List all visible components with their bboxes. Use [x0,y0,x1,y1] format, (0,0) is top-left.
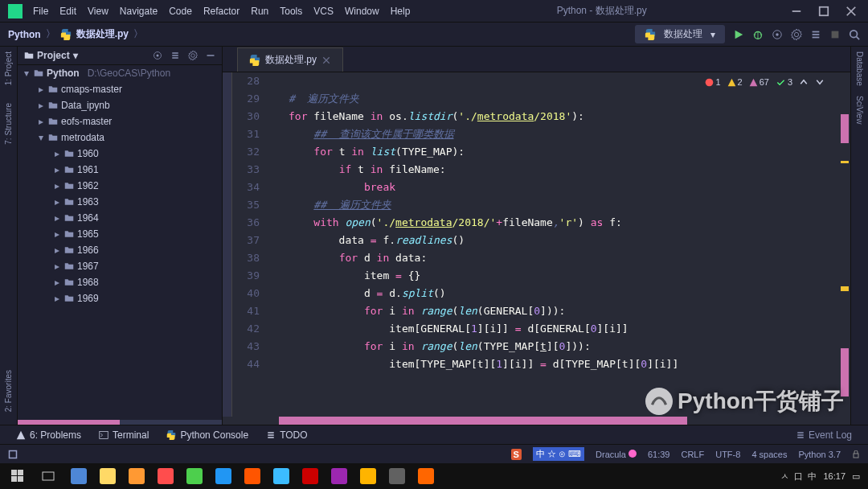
taskbar-app-11[interactable] [383,465,411,487]
tree-folder-metrodata[interactable]: ▾metrodata [18,129,222,146]
menu-refactor[interactable]: Refactor [198,2,245,20]
tree-folder-Data_ipynb[interactable]: ▸Data_ipynb [18,97,222,113]
taskbar-clock[interactable]: 16:17 [823,471,845,481]
tree-folder-1966[interactable]: ▸1966 [18,242,222,258]
project-tree[interactable]: ▾PythonD:\GeoCAS\Python▸cmaps-master▸Dat… [18,65,222,420]
tree-root[interactable]: ▾PythonD:\GeoCAS\Python [18,65,222,81]
lock-icon[interactable] [852,450,860,458]
maximize-button[interactable] [815,2,833,20]
start-button[interactable] [3,465,32,487]
code-line[interactable]: item[TYPE_MAP[t][1][i]] = d[TYPE_MAP[t][… [266,355,850,373]
code-line[interactable]: for i in range(len(TYPE_MAP[t][0])): [266,338,850,355]
terminal-button[interactable]: Terminal [99,429,149,441]
breadcrumb[interactable]: Python 〉 数据处理.py 〉 [8,27,143,41]
line-number[interactable]: 28 [232,72,266,90]
ime-sogou-icon[interactable]: S [511,449,522,460]
code-line[interactable]: item[GENERAL[1][i]] = d[GENERAL[0][i]] [266,320,850,338]
line-number[interactable]: 39 [232,267,266,285]
line-number[interactable]: 40 [232,285,266,302]
hide-button[interactable] [206,51,215,60]
tree-folder-1961[interactable]: ▸1961 [18,162,222,178]
code-line[interactable]: d = d.split() [266,285,850,302]
tree-folder-1960[interactable]: ▸1960 [18,146,222,162]
toolwindow-toggle-icon[interactable] [8,450,18,459]
taskbar-app-4[interactable] [180,465,209,487]
code-line[interactable]: for i in range(len(GENERAL[0])): [266,302,850,320]
taskbar-app-5[interactable] [209,465,238,487]
line-number[interactable]: 42 [232,320,266,338]
stop-button[interactable] [829,29,841,40]
code-line[interactable]: item = {} [266,267,850,285]
stripe-favorites[interactable]: 2: Favorites [4,365,13,417]
taskbar-app-6[interactable] [238,465,267,487]
settings-button[interactable] [188,51,198,60]
tree-folder-eofs-master[interactable]: ▸eofs-master [18,113,222,129]
right-tool-stripe[interactable]: Database SciView [850,47,868,425]
line-number[interactable]: 36 [232,214,266,232]
line-number[interactable]: 30 [232,108,266,125]
taskbar-app-0[interactable] [64,465,93,487]
windows-taskbar[interactable]: ㅅ 口 中 16:17 ▭ [0,463,868,489]
code-line[interactable]: ## 遍历文件夹 [266,196,850,214]
stripe-project[interactable]: 1: Project [4,47,13,90]
profile-button[interactable] [791,29,802,40]
notif-button[interactable]: ▭ [852,471,860,482]
line-number[interactable]: 34 [232,179,266,196]
editor-tab[interactable]: 数据处理.py [237,47,343,72]
locate-file-button[interactable] [153,51,162,60]
error-stripe[interactable] [839,98,850,412]
code-line[interactable]: for t in list(TYPE_MAP): [266,143,850,161]
code-line[interactable]: for d in data: [266,249,850,267]
tree-folder-1964[interactable]: ▸1964 [18,210,222,226]
encoding-indicator[interactable]: UTF-8 [715,450,740,459]
line-number[interactable]: 35 [232,196,266,214]
line-number[interactable]: 43 [232,338,266,355]
line-number[interactable]: 37 [232,232,266,249]
code-line[interactable]: ## 查询该文件属于哪类数据 [266,125,850,143]
line-number-gutter[interactable]: 2829303132333435363738394041424344 [232,72,266,417]
theme-indicator[interactable]: Dracula [596,450,637,459]
line-number[interactable]: 32 [232,143,266,161]
taskbar-app-9[interactable] [325,465,354,487]
left-tool-stripe[interactable]: 1: Project 7: Structure 2: Favorites [0,47,18,425]
line-separator-indicator[interactable]: CRLF [681,450,704,459]
menu-window[interactable]: Window [339,2,385,20]
code-line[interactable]: with open('./metrodata/2018/'+fileName,'… [266,214,850,232]
editor-h-scrollbar[interactable] [223,417,850,425]
tree-folder-1962[interactable]: ▸1962 [18,178,222,194]
menu-file[interactable]: File [27,2,54,20]
project-scrollbar[interactable] [18,420,120,425]
taskbar-app-8[interactable] [296,465,325,487]
line-number[interactable]: 44 [232,355,266,373]
taskbar-tray[interactable]: ㅅ 口 中 [780,471,817,483]
code-line[interactable]: for fileName in os.listdir('./metrodata/… [266,108,850,125]
taskbar-app-3[interactable] [151,465,180,487]
taskbar-app-2[interactable] [122,465,151,487]
inspection-widget[interactable]: 1 2 67 3 [698,74,831,90]
tree-folder-1967[interactable]: ▸1967 [18,258,222,274]
line-col-indicator[interactable]: 61:39 [648,450,670,459]
line-number[interactable]: 29 [232,90,266,108]
taskbar-app-1[interactable] [93,465,122,487]
close-button[interactable] [842,2,860,20]
ime-indicator[interactable]: 中 ☆ ⊙ ⌨ [533,447,584,461]
interpreter-indicator[interactable]: Python 3.7 [798,450,841,459]
stripe-sciview[interactable]: SciView [855,91,864,129]
code-line[interactable]: if t in fileName: [266,161,850,179]
taskbar-app-10[interactable] [354,465,383,487]
stripe-database[interactable]: Database [855,47,864,91]
tree-folder-1968[interactable]: ▸1968 [18,274,222,290]
debug-button[interactable] [752,29,764,40]
expand-all-button[interactable] [170,51,180,60]
next-problem-button[interactable] [815,77,825,87]
run-button[interactable] [733,29,744,40]
indent-indicator[interactable]: 4 spaces [751,450,787,459]
tree-folder-1969[interactable]: ▸1969 [18,290,222,306]
menu-navigate[interactable]: Navigate [114,2,163,20]
event-log-button[interactable]: Event Log [796,429,852,441]
code-line[interactable]: data = f.readlines() [266,232,850,249]
prev-problem-button[interactable] [799,77,809,87]
stripe-structure[interactable]: 7: Structure [4,98,13,150]
menu-code[interactable]: Code [163,2,198,20]
minimize-button[interactable] [788,2,805,20]
